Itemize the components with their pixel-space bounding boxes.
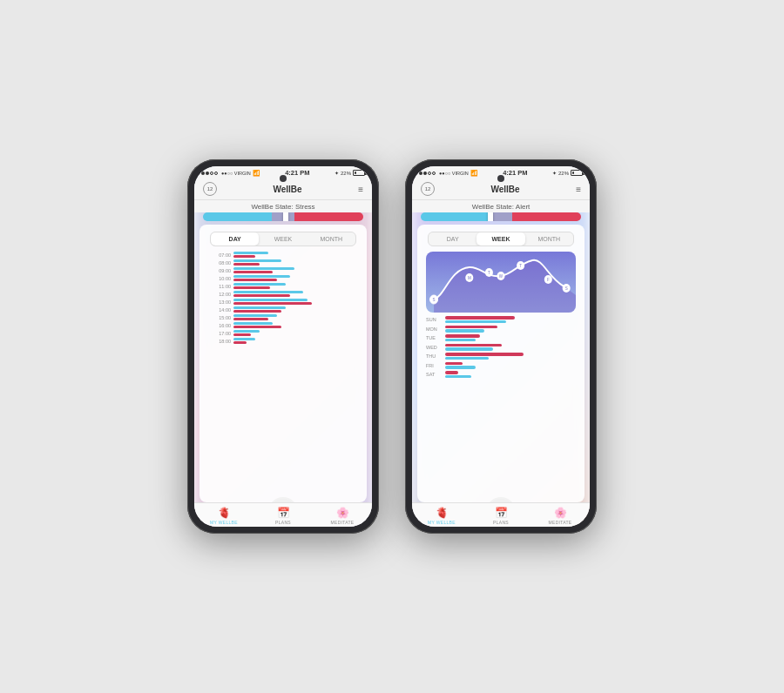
bar-row: 13:00 [208, 299, 358, 305]
plans-icon-1: 📅 [277, 507, 290, 519]
phone-2: ●●○○ VIRGIN 📶 4:21 PM ✦ 22% 12 WellBe ≡ [405, 159, 597, 534]
bar-row: 18:00 [208, 338, 358, 344]
bar-time-label: 11:00 [208, 284, 231, 289]
bar-time-label: 10:00 [208, 276, 231, 281]
phone-2-screen: ●●○○ VIRGIN 📶 4:21 PM ✦ 22% 12 WellBe ≡ [412, 166, 590, 527]
week-bar-pair [445, 344, 502, 351]
battery-pct-1: 22% [341, 171, 351, 176]
week-bar-row: SAT [426, 371, 576, 378]
week-bar-row: THU [426, 353, 576, 360]
battery-1 [353, 170, 365, 176]
svg-text:S: S [565, 286, 568, 291]
wifi-1: 📶 [253, 170, 260, 177]
blue-bar [233, 338, 255, 340]
blue-bar [233, 259, 281, 262]
hamburger-2[interactable]: ≡ [576, 185, 581, 194]
hamburger-1[interactable]: ≡ [358, 185, 363, 194]
bar-pair [233, 252, 268, 258]
tab-month-2[interactable]: MONTH [525, 232, 573, 246]
nav-meditate-1[interactable]: 🌸 MEDITATE [313, 507, 372, 525]
status-left-2: ●●○○ VIRGIN 📶 [419, 170, 478, 177]
bottom-nav-1: 🫀 MY WELLBE 📅 PLANS 🌸 MEDITATE [194, 502, 372, 527]
content-card-2: DAY WEEK MONTH [417, 225, 585, 502]
svg-text:S: S [433, 298, 436, 302]
signal-2 [419, 172, 436, 175]
dot3-2 [428, 172, 431, 175]
bar-pair [233, 283, 286, 289]
week-day-label: SUN [426, 317, 445, 322]
meditate-icon-1: 🌸 [336, 507, 349, 519]
red-bar [233, 310, 281, 313]
cb-red-2 [512, 212, 581, 221]
svg-text:F: F [547, 278, 550, 282]
week-red-bar [445, 334, 480, 338]
week-bar-row: TUE [426, 334, 576, 341]
week-bars-container: SUNMONTUEWEDTHUFRISAT [426, 316, 576, 378]
battery-pct-2: 22% [558, 171, 569, 176]
nav-title-1: WellBe [273, 185, 301, 194]
week-bar-row: SUN [426, 316, 576, 323]
week-day-label: TUE [426, 335, 445, 340]
week-day-label: WED [426, 345, 445, 350]
svg-text:M: M [468, 276, 471, 280]
week-chart-2: S M T W T F [421, 250, 581, 382]
carrier-2: ●●○○ VIRGIN [439, 171, 469, 176]
signal-1 [201, 172, 218, 175]
nav-mywellbe-2[interactable]: 🫀 MY WELLBE [412, 507, 471, 525]
phones-container: ●●○○ VIRGIN 📶 4:21 PM ✦ 22% 12 WellBe ≡ [187, 159, 597, 534]
red-bar [233, 294, 290, 297]
status-right-1: ✦ 22% [335, 170, 365, 176]
bar-pair [233, 338, 255, 344]
bar-pair [233, 291, 303, 297]
content-card-1: DAY WEEK MONTH 07:0008:0009:0010:0011:00… [199, 225, 367, 502]
bar-time-label: 12:00 [208, 292, 231, 297]
tab-month-1[interactable]: MONTH [308, 232, 355, 246]
phone-2-content: ●●○○ VIRGIN 📶 4:21 PM ✦ 22% 12 WellBe ≡ [412, 166, 590, 527]
nav-mywellbe-1[interactable]: 🫀 MY WELLBE [194, 507, 253, 525]
phone-1-content: ●●○○ VIRGIN 📶 4:21 PM ✦ 22% 12 WellBe ≡ [194, 166, 372, 527]
tab-week-1[interactable]: WEEK [259, 232, 307, 246]
plans-label-2: PLANS [493, 520, 509, 525]
tab-week-2[interactable]: WEEK [476, 232, 524, 246]
mywellbe-icon-1: 🫀 [218, 507, 231, 519]
dot1 [201, 172, 205, 175]
nav-plans-2[interactable]: 📅 PLANS [471, 507, 531, 525]
blue-bar [233, 306, 286, 309]
status-bar-1: ●●○○ VIRGIN 📶 4:21 PM ✦ 22% [194, 166, 372, 178]
bar-time-label: 16:00 [208, 323, 231, 328]
wifi-2: 📶 [470, 170, 478, 177]
bar-pair [233, 275, 290, 281]
red-bar [233, 318, 268, 320]
bluetooth-1: ✦ [335, 170, 339, 176]
blue-bar [233, 291, 303, 293]
tab-day-2[interactable]: DAY [429, 232, 476, 246]
week-day-label: SAT [426, 372, 445, 377]
red-bar [233, 271, 273, 273]
blue-bar [233, 267, 294, 270]
cb-blue-2 [421, 212, 490, 221]
week-red-bar [445, 371, 458, 374]
state-bar-1: WellBe State: Stress [194, 200, 372, 212]
status-bar-2: ●●○○ VIRGIN 📶 4:21 PM ✦ 22% [412, 166, 590, 178]
bar-time-label: 18:00 [208, 339, 231, 344]
dot4-2 [432, 172, 436, 175]
bar-time-label: 14:00 [208, 307, 231, 313]
bar-time-label: 07:00 [208, 252, 231, 258]
mywellbe-label-2: MY WELLBE [428, 520, 456, 525]
carrier-1: ●●○○ VIRGIN [221, 171, 251, 176]
tab-day-1[interactable]: DAY [211, 232, 259, 246]
week-blue-bar [445, 357, 489, 360]
bar-row: 09:00 [208, 267, 358, 273]
week-bar-pair [445, 334, 480, 341]
week-day-label: FRI [426, 363, 445, 368]
day-chart-1: 07:0008:0009:0010:0011:0012:0013:0014:00… [203, 250, 363, 347]
week-blue-bar [445, 329, 484, 333]
meditate-label-2: MEDITATE [549, 520, 572, 525]
blue-bar [233, 252, 268, 254]
week-red-bar [445, 344, 502, 347]
nav-meditate-2[interactable]: 🌸 MEDITATE [531, 507, 590, 525]
nav-plans-1[interactable]: 📅 PLANS [253, 507, 313, 525]
week-blue-bar [445, 366, 476, 369]
cb-red-1 [294, 212, 363, 221]
week-red-bar [445, 362, 463, 366]
